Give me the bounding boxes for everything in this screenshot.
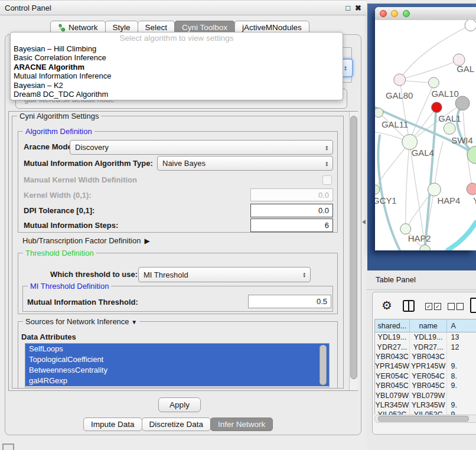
window-close-traffic-light[interactable]: [380, 10, 387, 17]
column-header-a[interactable]: A: [447, 319, 476, 332]
table-row[interactable]: YBR043CYBR043C: [375, 352, 476, 361]
table-cell: YLR345W: [410, 400, 448, 410]
mi-threshold-field[interactable]: 0.5: [248, 295, 331, 308]
table-row[interactable]: YDL19...YDL19...13: [375, 332, 476, 342]
aracne-mode-combo[interactable]: Discovery ▴▾: [70, 140, 333, 155]
network-node-gal80[interactable]: [394, 74, 406, 86]
table-cell: YDL19...: [410, 332, 448, 342]
table-cell: YPR145W: [375, 361, 410, 371]
column-header-name[interactable]: name: [410, 319, 448, 332]
which-threshold-value: MI Threshold: [144, 270, 188, 279]
dropdown-item-bayesian-k2[interactable]: Bayesian – K2: [11, 81, 343, 90]
table-row[interactable]: YIL052CYIL052C9: [375, 410, 476, 415]
network-node-label-gal11: GAL11: [382, 120, 408, 129]
table-cell: 9.: [447, 381, 476, 390]
panel-splitter-collapse-icon[interactable]: [362, 220, 366, 224]
table-row[interactable]: YLR345WYLR345W9.: [375, 400, 476, 410]
dropdown-item-aracne-algorithm[interactable]: ARACNE Algorithm: [11, 63, 343, 71]
window-zoom-traffic-light[interactable]: [403, 10, 410, 17]
close-icon[interactable]: ✖: [355, 4, 361, 12]
manual-kernel-label: Manual Kernel Width Definition: [24, 175, 137, 184]
network-edge: [402, 60, 459, 79]
attributes-list-scrollbar-thumb[interactable]: [319, 345, 327, 385]
combo-arrows-icon: ▴▾: [325, 145, 328, 151]
unchecked-box-icon: [448, 303, 455, 310]
table-cell: YDR27...: [410, 342, 448, 351]
network-canvas[interactable]: GALGAL80GAL10GAL1GAL11GAL4SWI4GCY1HAP4YH…: [375, 20, 476, 250]
network-node[interactable]: [431, 102, 442, 113]
network-node-gal11[interactable]: [375, 108, 383, 118]
split-columns-icon[interactable]: [403, 300, 415, 312]
network-node-hap2[interactable]: [400, 224, 411, 234]
mi-type-label: Mutual Information Algorithm Type:: [24, 159, 153, 168]
gear-icon[interactable]: ⚙: [382, 298, 392, 312]
mi-threshold-label: Mutual Information Threshold:: [27, 298, 138, 306]
unchecked-box-icon: [457, 303, 464, 310]
network-node-label-gal80: GAL80: [386, 91, 413, 100]
dpi-tolerance-field[interactable]: 0.0: [250, 204, 333, 217]
hub-definition-toggle[interactable]: Hub/Transcription Factor Definition▶: [22, 236, 150, 245]
settings-scrollbar-thumb[interactable]: [350, 116, 357, 379]
table-row[interactable]: YER054CYER054C8.: [375, 371, 476, 381]
select-checks-icon[interactable]: ✓ ✓: [425, 303, 441, 310]
dropdown-item-bayesian-hill-climbing[interactable]: Bayesian – Hill Climbing: [11, 44, 343, 53]
deselect-checks-icon[interactable]: [448, 303, 464, 310]
table-cell: 12: [447, 342, 476, 351]
control-panel-title: Control Panel: [5, 4, 51, 12]
kernel-width-field: 0.0: [250, 188, 333, 201]
network-edge: [376, 142, 410, 188]
table-row[interactable]: YPR145WYPR145W9.: [375, 361, 476, 371]
network-node-hap4[interactable]: [428, 183, 441, 196]
table-rows: YDL19...YDL19...13YDR27...YDR27...12YBR0…: [375, 332, 476, 415]
network-node-gal4[interactable]: [402, 135, 418, 150]
network-node-y[interactable]: [467, 183, 476, 195]
table-cell: YBL079W: [375, 390, 410, 400]
dropdown-items: Bayesian – Hill ClimbingBasic Correlatio…: [11, 44, 343, 99]
data-attributes-list: SelfLoopsTopologicalCoefficientBetweenne…: [25, 343, 330, 387]
mode-tab-discretize-data-label: Discretize Data: [149, 420, 204, 429]
manual-kernel-checkbox: [322, 175, 332, 185]
window-minimize-traffic-light[interactable]: [391, 10, 398, 17]
table-hscrollbar-thumb[interactable]: [378, 416, 469, 422]
tab-cyni-toolbox-label: Cyni Toolbox: [182, 23, 227, 32]
table-row[interactable]: YDR27...YDR27...12: [375, 342, 476, 351]
mi-type-value: Naive Bayes: [162, 159, 206, 168]
network-node-label-hap2: HAP2: [408, 234, 431, 243]
aracne-mode-value: Discovery: [75, 143, 109, 152]
network-node-gcy1[interactable]: [375, 185, 380, 194]
dpi-tolerance-label: DPI Tolerance [0,1]:: [24, 206, 94, 215]
table-cell: YER054C: [410, 371, 448, 381]
network-node[interactable]: [420, 244, 431, 250]
attribute-item-betweennesscentrality[interactable]: BetweennessCentrality: [25, 365, 329, 376]
mi-steps-field[interactable]: 6: [250, 219, 333, 232]
sources-group-toggle[interactable]: Sources for Network Inference ▼: [23, 317, 139, 326]
network-node-label-gal4: GAL4: [412, 148, 434, 158]
network-window-titlebar[interactable]: [375, 7, 476, 21]
dropdown-item-mutual-information-inference[interactable]: Mutual Information Inference: [11, 71, 343, 80]
network-node-gal1[interactable]: [444, 123, 455, 135]
mode-tab-impute-data[interactable]: Impute Data: [83, 418, 142, 431]
mode-tab-discretize-data[interactable]: Discretize Data: [142, 418, 211, 431]
table-row[interactable]: YBL079WYBL079W: [375, 390, 476, 400]
which-threshold-combo[interactable]: MI Threshold ▴▾: [138, 267, 311, 282]
apply-button-label: Apply: [169, 400, 190, 409]
mi-steps-value: 6: [325, 221, 329, 230]
column-header-shared[interactable]: shared...: [375, 319, 410, 332]
algorithm-definition-title: Algorithm Definition: [23, 127, 94, 136]
dropdown-item-dream8-dc-tdc-algorithm[interactable]: Dream8 DC_TDC Algorithm: [11, 90, 343, 99]
table-row[interactable]: YBR045CYBR045C9.: [375, 381, 476, 390]
network-node[interactable]: [465, 20, 476, 31]
algorithm-dropdown-popup: Select algorithm to view settings Bayesi…: [10, 32, 343, 100]
float-window-icon[interactable]: □: [345, 4, 350, 12]
combo-arrows-icon: ▴▾: [303, 272, 305, 278]
attribute-item-gal4rgexp[interactable]: gal4RGexp: [25, 376, 329, 386]
mode-tab-infer-network[interactable]: Infer Network: [210, 418, 273, 431]
attribute-item-selfloops[interactable]: SelfLoops: [25, 344, 329, 354]
dropdown-item-basic-correlation-inference[interactable]: Basic Correlation Inference: [11, 53, 343, 62]
network-node-gal10[interactable]: [428, 77, 439, 88]
document-icon[interactable]: [470, 298, 476, 313]
mi-type-combo[interactable]: Naive Bayes ▴▾: [157, 156, 333, 171]
attribute-item-topologicalcoefficient[interactable]: TopologicalCoefficient: [25, 354, 329, 365]
dock-panel-icon[interactable]: [2, 444, 14, 450]
apply-button[interactable]: Apply: [158, 397, 201, 412]
